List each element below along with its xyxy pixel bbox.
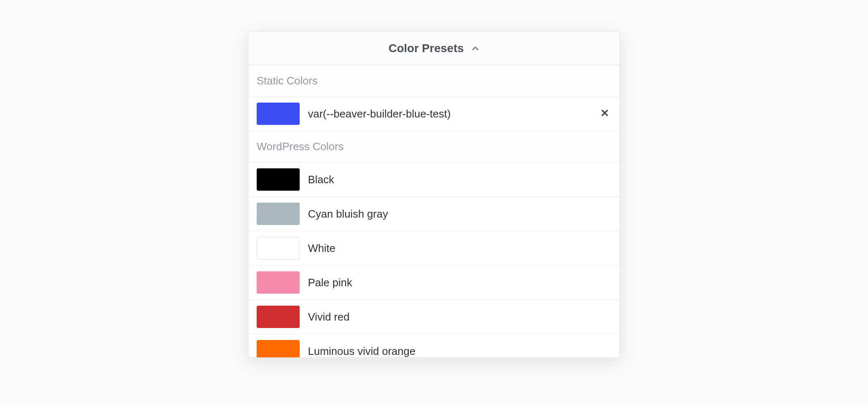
color-label: var(--beaver-builder-blue-test) [308, 108, 590, 120]
color-swatch [257, 168, 300, 191]
color-swatch [257, 306, 300, 328]
color-label: White [308, 242, 611, 255]
color-label: Vivid red [308, 311, 611, 323]
panel-title: Color Presets [389, 42, 464, 55]
color-preset-row[interactable]: var(--beaver-builder-blue-test) [248, 97, 620, 131]
color-preset-row[interactable]: Vivid red [248, 300, 620, 334]
chevron-up-icon[interactable] [471, 44, 479, 53]
color-label: Black [308, 173, 611, 186]
preset-scroll-area[interactable]: Static Colors var(--beaver-builder-blue-… [248, 65, 620, 357]
color-swatch [257, 237, 300, 259]
remove-preset-button[interactable] [598, 107, 611, 120]
static-colors-heading: Static Colors [248, 65, 620, 97]
color-label: Luminous vivid orange [308, 345, 611, 358]
panel-header: Color Presets [248, 31, 620, 65]
color-swatch [257, 203, 300, 225]
wordpress-colors-heading: WordPress Colors [248, 131, 620, 163]
color-preset-row[interactable]: Pale pink [248, 266, 620, 300]
color-preset-row[interactable]: Luminous vivid orange [248, 334, 620, 357]
color-swatch [257, 103, 300, 125]
color-preset-row[interactable]: Black [248, 163, 620, 197]
color-presets-panel: Color Presets Static Colors var(--beaver… [248, 31, 620, 358]
color-preset-row[interactable]: White [248, 231, 620, 266]
color-swatch [257, 271, 300, 294]
color-label: Pale pink [308, 276, 611, 289]
color-label: Cyan bluish gray [308, 208, 611, 220]
color-swatch [257, 340, 300, 357]
close-icon [601, 109, 609, 119]
color-preset-row[interactable]: Cyan bluish gray [248, 197, 620, 231]
